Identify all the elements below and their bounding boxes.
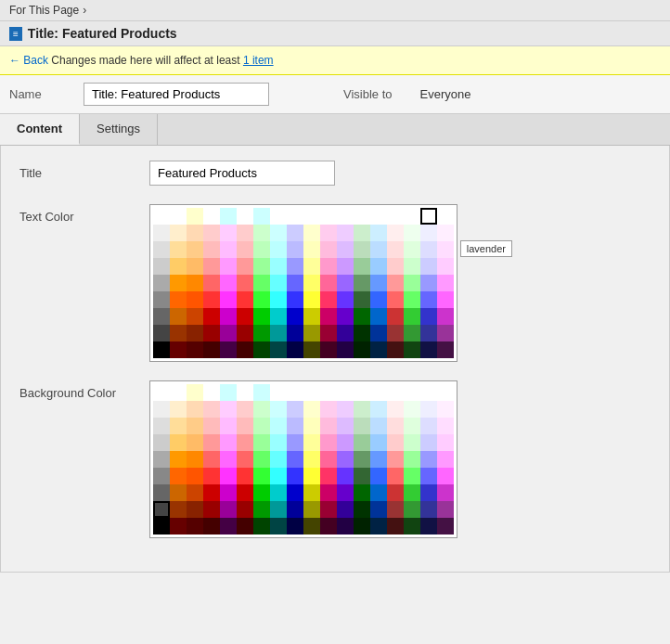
color-cell[interactable] <box>203 518 220 535</box>
color-cell[interactable] <box>420 451 437 468</box>
color-cell[interactable] <box>370 308 387 325</box>
color-cell[interactable] <box>404 418 420 434</box>
color-cell[interactable] <box>437 434 454 451</box>
color-cell[interactable] <box>387 518 404 535</box>
color-cell[interactable] <box>387 451 404 468</box>
color-cell[interactable] <box>404 341 420 358</box>
color-cell[interactable] <box>287 518 303 535</box>
color-cell[interactable] <box>420 275 437 291</box>
color-cell[interactable] <box>387 258 404 275</box>
color-cell[interactable] <box>320 275 337 291</box>
color-cell[interactable] <box>370 384 387 401</box>
color-cell[interactable] <box>354 258 370 275</box>
color-cell[interactable] <box>437 418 454 434</box>
color-cell[interactable] <box>337 401 354 418</box>
color-cell[interactable] <box>253 484 270 501</box>
color-cell[interactable] <box>387 484 404 501</box>
color-cell[interactable] <box>237 434 253 451</box>
color-cell[interactable] <box>153 308 170 325</box>
color-cell[interactable] <box>203 484 220 501</box>
color-cell[interactable] <box>404 325 420 341</box>
color-cell[interactable] <box>170 308 187 325</box>
color-cell[interactable] <box>420 518 437 535</box>
color-cell[interactable] <box>387 325 404 341</box>
color-cell[interactable] <box>404 501 420 518</box>
color-cell[interactable] <box>253 225 270 241</box>
color-cell[interactable] <box>420 241 437 258</box>
color-cell[interactable] <box>203 291 220 308</box>
color-cell[interactable] <box>437 241 454 258</box>
color-cell[interactable] <box>170 325 187 341</box>
color-cell[interactable] <box>270 208 287 225</box>
color-cell[interactable] <box>287 451 303 468</box>
color-cell[interactable] <box>153 208 170 225</box>
color-cell[interactable] <box>337 325 354 341</box>
color-cell[interactable] <box>170 418 187 434</box>
color-cell[interactable] <box>404 225 420 241</box>
tab-content[interactable]: Content <box>0 114 80 145</box>
color-cell[interactable] <box>420 225 437 241</box>
color-cell[interactable] <box>187 501 203 518</box>
color-cell[interactable] <box>320 484 337 501</box>
color-cell[interactable] <box>270 484 287 501</box>
color-cell[interactable] <box>437 501 454 518</box>
color-cell[interactable] <box>220 241 237 258</box>
color-cell[interactable] <box>354 434 370 451</box>
color-cell[interactable] <box>437 258 454 275</box>
color-cell[interactable] <box>404 208 420 225</box>
color-cell[interactable] <box>237 241 253 258</box>
color-cell[interactable] <box>387 275 404 291</box>
color-cell[interactable] <box>437 308 454 325</box>
color-cell[interactable] <box>404 518 420 535</box>
back-link[interactable]: ← Back <box>9 54 48 67</box>
color-cell[interactable] <box>354 325 370 341</box>
color-cell[interactable] <box>420 418 437 434</box>
color-cell[interactable] <box>354 518 370 535</box>
color-cell[interactable] <box>253 384 270 401</box>
color-cell[interactable] <box>203 258 220 275</box>
color-cell[interactable] <box>237 518 253 535</box>
color-cell[interactable] <box>387 291 404 308</box>
color-cell[interactable] <box>287 418 303 434</box>
color-cell[interactable] <box>303 225 320 241</box>
color-cell[interactable] <box>270 325 287 341</box>
color-cell[interactable] <box>287 384 303 401</box>
color-cell[interactable] <box>270 308 287 325</box>
color-cell[interactable] <box>170 518 187 535</box>
color-cell[interactable] <box>370 208 387 225</box>
color-cell[interactable] <box>203 241 220 258</box>
color-cell[interactable] <box>153 384 170 401</box>
color-cell[interactable] <box>303 518 320 535</box>
color-cell[interactable] <box>170 275 187 291</box>
color-cell[interactable] <box>404 275 420 291</box>
color-cell[interactable] <box>153 225 170 241</box>
color-cell[interactable] <box>437 325 454 341</box>
color-cell[interactable] <box>253 308 270 325</box>
color-cell[interactable] <box>270 225 287 241</box>
color-cell[interactable] <box>203 341 220 358</box>
color-cell[interactable] <box>203 275 220 291</box>
color-cell[interactable] <box>220 501 237 518</box>
color-cell[interactable] <box>170 208 187 225</box>
color-cell[interactable] <box>287 241 303 258</box>
color-cell[interactable] <box>320 208 337 225</box>
color-cell[interactable] <box>220 291 237 308</box>
color-cell[interactable] <box>303 308 320 325</box>
color-cell[interactable] <box>303 501 320 518</box>
color-cell[interactable] <box>404 451 420 468</box>
color-cell[interactable] <box>253 518 270 535</box>
color-cell[interactable] <box>437 468 454 484</box>
color-cell[interactable] <box>287 401 303 418</box>
color-cell[interactable] <box>170 384 187 401</box>
color-cell[interactable] <box>337 384 354 401</box>
color-cell[interactable] <box>220 484 237 501</box>
color-cell[interactable] <box>187 518 203 535</box>
color-cell[interactable] <box>187 258 203 275</box>
color-cell[interactable] <box>420 484 437 501</box>
color-cell[interactable] <box>337 241 354 258</box>
color-cell[interactable] <box>220 418 237 434</box>
color-cell[interactable] <box>220 384 237 401</box>
color-cell[interactable] <box>404 434 420 451</box>
color-cell[interactable] <box>237 275 253 291</box>
color-cell[interactable] <box>370 258 387 275</box>
